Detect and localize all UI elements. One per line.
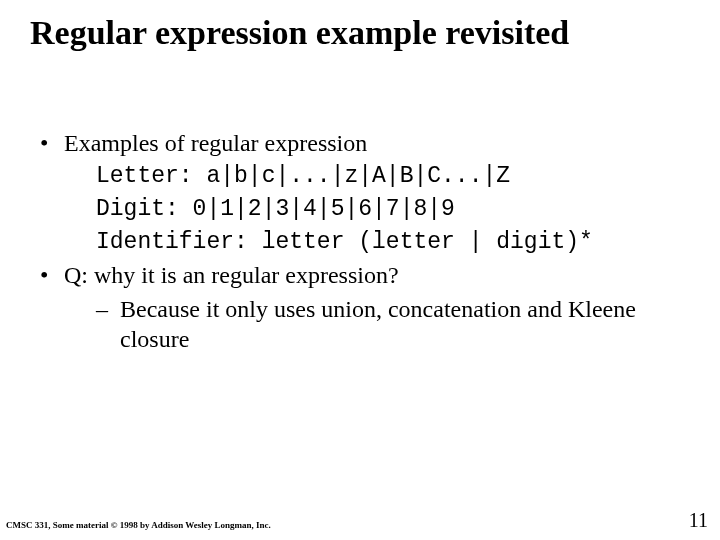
page-number: 11 — [689, 509, 708, 532]
bullet-dot-icon: • — [40, 128, 64, 158]
slide-body: • Examples of regular expression Letter:… — [40, 128, 700, 358]
footer-copyright: CMSC 331, Some material © 1998 by Addiso… — [6, 520, 271, 530]
sub-bullet-text: Because it only uses union, concatenatio… — [120, 294, 700, 354]
bullet-text: Q: why it is an regular expression? — [64, 260, 700, 290]
bullet-text: Examples of regular expression — [64, 128, 700, 158]
sub-bullet-item: – Because it only uses union, concatenat… — [96, 294, 700, 354]
bullet-item: • Q: why it is an regular expression? — [40, 260, 700, 290]
slide-title: Regular expression example revisited — [30, 14, 700, 51]
dash-icon: – — [96, 294, 120, 354]
code-line-identifier: Identifier: letter (letter | digit)* — [96, 228, 700, 257]
code-line-digit: Digit: 0|1|2|3|4|5|6|7|8|9 — [96, 195, 700, 224]
bullet-dot-icon: • — [40, 260, 64, 290]
bullet-item: • Examples of regular expression — [40, 128, 700, 158]
slide: Regular expression example revisited • E… — [0, 0, 720, 540]
code-line-letter: Letter: a|b|c|...|z|A|B|C...|Z — [96, 162, 700, 191]
